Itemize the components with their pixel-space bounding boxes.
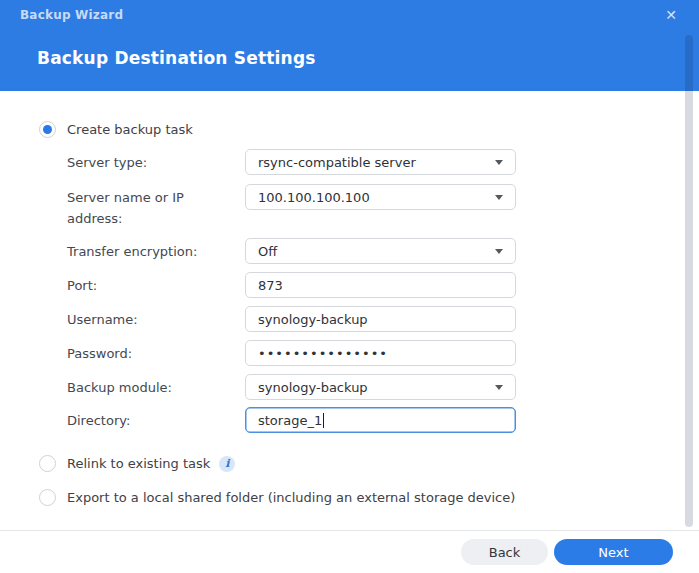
- server-name-dropdown[interactable]: 100.100.100.100: [245, 184, 516, 210]
- backup-module-dropdown[interactable]: synology-backup: [245, 374, 516, 400]
- password-input[interactable]: •••••••••••••••: [245, 340, 516, 366]
- server-type-dropdown[interactable]: rsync-compatible server: [245, 149, 516, 175]
- password-masked-value: •••••••••••••••: [258, 346, 388, 361]
- radio-label: Create backup task: [67, 122, 193, 137]
- username-input[interactable]: synology-backup: [245, 306, 516, 332]
- server-name-value: 100.100.100.100: [258, 190, 370, 205]
- radio-label: Relink to existing task: [67, 456, 210, 471]
- page-title: Backup Destination Settings: [37, 48, 316, 68]
- server-type-value: rsync-compatible server: [258, 155, 416, 170]
- label-directory: Directory:: [67, 410, 239, 431]
- close-icon[interactable]: ✕: [665, 7, 677, 23]
- directory-input[interactable]: storage_1: [245, 407, 516, 433]
- next-button[interactable]: Next: [554, 539, 673, 565]
- username-value: synology-backup: [258, 312, 368, 327]
- port-value: 873: [258, 278, 283, 293]
- label-server-name: Server name or IP address:: [67, 187, 239, 229]
- vertical-scrollbar-thumb[interactable]: [685, 35, 693, 527]
- radio-option-export-local-folder[interactable]: Export to a local shared folder (includi…: [39, 489, 515, 506]
- port-input[interactable]: 873: [245, 272, 516, 298]
- label-port: Port:: [67, 275, 239, 296]
- label-username: Username:: [67, 309, 239, 330]
- directory-value: storage_1: [258, 413, 322, 428]
- footer-divider: [0, 530, 699, 531]
- radio-option-relink-existing-task[interactable]: Relink to existing task i: [39, 455, 235, 472]
- transfer-encryption-dropdown[interactable]: Off: [245, 238, 516, 264]
- chevron-down-icon: [495, 249, 503, 254]
- titlebar: Backup Wizard ✕ Backup Destination Setti…: [0, 0, 699, 91]
- info-icon[interactable]: i: [219, 456, 235, 472]
- radio-label: Export to a local shared folder (includi…: [67, 490, 515, 505]
- label-backup-module: Backup module:: [67, 377, 239, 398]
- label-transfer-encryption: Transfer encryption:: [67, 241, 239, 262]
- radio-option-create-backup-task[interactable]: Create backup task: [39, 121, 193, 138]
- radio-unselected-icon[interactable]: [39, 455, 56, 472]
- label-password: Password:: [67, 343, 239, 364]
- text-cursor: [323, 413, 324, 428]
- backup-wizard-dialog: Backup Wizard ✕ Backup Destination Setti…: [0, 0, 699, 573]
- chevron-down-icon: [495, 160, 503, 165]
- label-server-type: Server type:: [67, 152, 239, 173]
- chevron-down-icon: [495, 385, 503, 390]
- back-button[interactable]: Back: [461, 539, 548, 565]
- chevron-down-icon: [495, 195, 503, 200]
- radio-selected-icon[interactable]: [39, 121, 56, 138]
- transfer-encryption-value: Off: [258, 244, 277, 259]
- window-title: Backup Wizard: [20, 8, 123, 22]
- radio-unselected-icon[interactable]: [39, 489, 56, 506]
- backup-module-value: synology-backup: [258, 380, 368, 395]
